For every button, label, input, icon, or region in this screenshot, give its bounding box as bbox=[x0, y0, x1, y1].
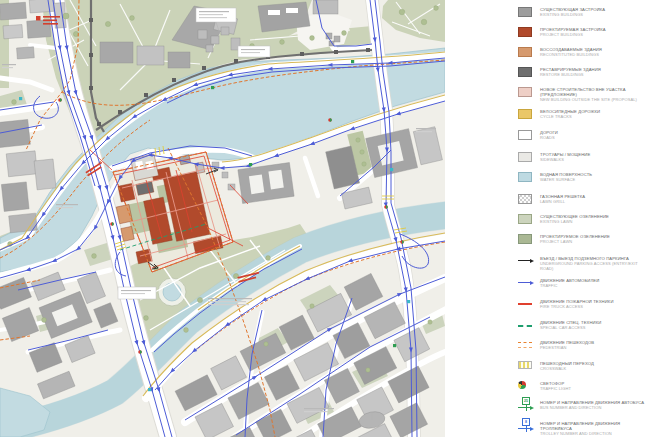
legend-swatch bbox=[518, 325, 532, 327]
legend-label-en: EXISTING LAWN bbox=[540, 219, 648, 224]
legend-label-en: CROSSWALK bbox=[540, 366, 648, 371]
legend-label-en: PEDESTRIAN bbox=[540, 345, 648, 350]
legend-label-en: LAWN GRILL bbox=[540, 199, 648, 204]
legend-swatch bbox=[518, 67, 532, 77]
legend-label-en: WATER SURFACE bbox=[540, 177, 648, 182]
callout-box bbox=[118, 287, 156, 299]
map-panel bbox=[0, 0, 445, 437]
parking-arrow-icon bbox=[518, 256, 532, 266]
legend-label-en: PROJECT LAWN bbox=[540, 239, 648, 244]
legend-label-en: TROLLEY NUMBER AND DIRECTION bbox=[540, 431, 648, 436]
legend-label-en: NEW BUILDING OUTSIDE THE SITE (PROPOSAL) bbox=[540, 97, 648, 102]
legend-swatch bbox=[518, 47, 532, 57]
legend-swatch bbox=[518, 109, 532, 119]
masterplan-map[interactable] bbox=[0, 0, 445, 437]
text-mark bbox=[208, 298, 252, 305]
legend-label-en: TRAFFIC bbox=[540, 283, 648, 288]
legend-label-ru: НОМЕР И НАПРАВЛЕНИЕ ДВИЖЕНИЯ ТРОЛЛЕЙБУСА bbox=[540, 421, 648, 431]
legend-swatch bbox=[518, 130, 532, 140]
legend-swatch bbox=[518, 361, 532, 369]
legend-swatch bbox=[518, 234, 532, 244]
legend-label-en: SIDEWALKS bbox=[540, 157, 648, 162]
legend-panel: СУЩЕСТВУЮЩАЯ ЗАСТРОЙКАEXISTING BUILDINGS… bbox=[517, 0, 650, 437]
legend-swatch bbox=[518, 214, 532, 224]
legend-swatch bbox=[518, 27, 532, 37]
traffic-light-icon bbox=[518, 381, 526, 389]
legend-label-en: EXISTING BUILDINGS bbox=[540, 12, 648, 17]
legend-label-en: RECONSTITUTED BUILDINGS bbox=[540, 52, 648, 57]
transit-route-icon: 25 bbox=[518, 400, 532, 410]
transit-route-icon: 8 bbox=[518, 421, 532, 431]
legend-swatch bbox=[518, 7, 532, 17]
legend-swatch bbox=[518, 87, 532, 97]
legend-swatch bbox=[518, 172, 532, 182]
legend-label-en: BUS NUMBER AND DIRECTION bbox=[540, 405, 648, 410]
legend-label-en: CYCLE TRACKS bbox=[540, 114, 648, 119]
legend-label-en: PROJECT BUILDINGS bbox=[540, 32, 648, 37]
legend-swatch bbox=[518, 194, 532, 204]
masterplan-sheet: СУЩЕСТВУЮЩАЯ ЗАСТРОЙКАEXISTING BUILDINGS… bbox=[0, 0, 650, 437]
legend-label-en: RESTORE BUILDINGS bbox=[540, 72, 648, 77]
legend-label-en: FIRE TRUCK ACCESS bbox=[540, 304, 648, 309]
legend-swatch bbox=[518, 152, 532, 162]
traffic-arrow-icon bbox=[518, 278, 532, 288]
legend-label-en: UNDERGROUND PARKING ACCESS (ENTRY/EXIT R… bbox=[540, 261, 648, 271]
project-building bbox=[118, 183, 135, 202]
legend-label-en: TRAFFIC LIGHT bbox=[540, 386, 648, 391]
legend-swatch bbox=[518, 303, 532, 305]
legend-label-ru: НОВОЕ СТРОИТЕЛЬСТВО ВНЕ УЧАСТКА (ПРЕДЛОЖ… bbox=[540, 87, 648, 97]
legend-label-en: SPECIAL CAR ACCESS bbox=[540, 325, 648, 330]
legend-label-en: ROADS bbox=[540, 135, 648, 140]
callout-box bbox=[238, 46, 270, 57]
